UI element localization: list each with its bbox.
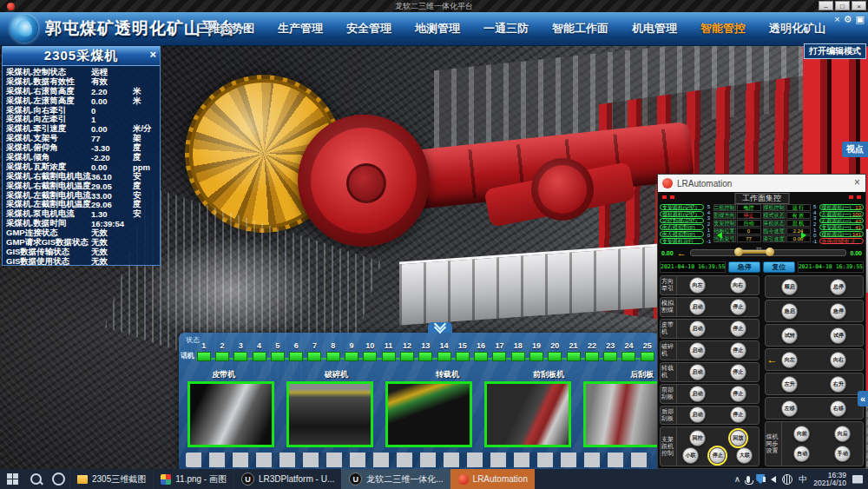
channel-item[interactable]: 16 [471,341,490,361]
control-button[interactable]: 向左 [781,352,798,368]
slider-handle[interactable] [734,248,774,256]
channel-item[interactable]: 23 [602,341,620,361]
control-button[interactable]: 大联 [736,447,753,464]
control-button[interactable]: 急启 [781,303,798,320]
minimize-button[interactable]: – [819,1,833,10]
lra-titlebar[interactable]: LRAutomation × [658,175,865,192]
control-button[interactable]: 右升 [830,376,846,393]
channel-item[interactable]: 20 [546,341,564,361]
nav-menu-item[interactable]: 智能工作面 [552,21,608,36]
control-button[interactable]: 停止 [709,447,726,464]
control-button[interactable]: 向右 [730,277,746,294]
collapse-panel-tab[interactable]: « [858,391,868,406]
control-button[interactable]: 启动 [689,342,706,359]
camera-thumbnail[interactable] [385,381,472,447]
camera-thumbnail[interactable] [484,381,571,447]
nav-menu-item[interactable]: 机电管理 [632,21,677,36]
control-button[interactable]: 回放 [730,430,746,446]
channel-item[interactable]: 11 [379,341,398,361]
channel-item[interactable]: 19 [527,341,545,361]
channel-item[interactable]: 21 [564,341,582,361]
close-icon[interactable]: × [149,48,156,61]
mode-pill-button[interactable]: 左截跟机(一) 100 [819,211,864,217]
channel-item[interactable]: 12 [398,341,416,361]
control-button[interactable]: 启动 [689,320,706,337]
channel-item[interactable]: 14 [435,341,453,361]
open-edit-mode-button[interactable]: 打开编辑模式 [804,43,866,59]
nav-menu-item[interactable]: 智能管控 [700,21,746,36]
start-button[interactable] [0,469,24,489]
cortana-icon[interactable] [47,469,69,489]
channel-item[interactable]: 9 [342,341,360,361]
control-button[interactable]: 停止 [730,364,746,380]
restore-icon[interactable]: ▣ [856,13,865,25]
notification-icon[interactable] [852,475,863,484]
control-button[interactable]: 手动 [834,446,851,462]
slider-track[interactable]: 77 [690,249,847,256]
maximize-button[interactable]: □ [835,1,850,10]
control-button[interactable]: 向左 [689,277,706,294]
control-button[interactable]: 总停 [830,279,846,295]
mode-pill-button[interactable]: 向右模拟割(F) [660,224,704,230]
control-button[interactable]: 启动 [689,299,706,315]
control-button[interactable]: 试停 [830,327,846,344]
channel-item[interactable]: 8 [324,341,342,361]
search-icon[interactable] [24,469,47,489]
reset-button[interactable]: 复位 [763,261,795,273]
camera-thumbnail[interactable] [187,381,274,447]
control-button[interactable]: 小联 [682,447,699,464]
control-button[interactable]: 启动 [689,386,706,402]
control-button[interactable]: 顺启 [781,279,798,295]
channel-item[interactable]: 5 [268,341,286,361]
taskbar-clock[interactable]: 16:39 2021/4/10 [813,472,846,487]
channel-item[interactable]: 22 [582,341,601,361]
control-button[interactable]: 停止 [730,406,746,423]
channel-item[interactable]: 24 [620,341,638,361]
mode-pill-button[interactable]: 支架跟机(一) 41 [819,224,864,230]
channel-item[interactable]: 4 [250,341,268,361]
camera-thumbnail[interactable] [286,381,373,447]
nav-menu-item[interactable]: 安全管理 [346,21,391,36]
nav-menu-item[interactable]: 地测管理 [415,21,460,36]
channel-item[interactable]: 1 [194,341,213,361]
mode-pill-button[interactable]: 向左模拟割(F) [660,231,704,237]
channel-item[interactable]: 17 [490,341,509,361]
control-button[interactable]: 左升 [781,376,798,393]
nav-menu-item[interactable]: 三维态势图 [198,21,254,36]
taskbar-item-lr3dplatform[interactable]: U LR3DPlatform - U... [233,469,341,489]
thumbnail-filmstrip[interactable] [186,453,651,467]
control-button[interactable]: 向后 [834,426,851,442]
control-button[interactable]: 回控 [689,430,706,446]
network-icon[interactable] [782,474,792,485]
channel-item[interactable]: 7 [306,341,324,361]
channel-item[interactable]: 2 [213,341,231,361]
channel-item[interactable]: 13 [417,341,435,361]
close-button[interactable]: × [852,1,866,10]
control-button[interactable]: 急停 [830,303,846,320]
viewpoint-tab[interactable]: 视点 [842,142,868,157]
nav-menu-item[interactable]: 一通三防 [483,21,529,36]
estop-button[interactable]: 急停 [728,261,760,273]
channel-item[interactable]: 18 [509,341,527,361]
control-button[interactable]: 右移 [830,400,846,417]
gear-icon[interactable]: ⚙ [844,13,852,25]
control-button[interactable]: 停止 [730,342,746,359]
close-icon[interactable]: × [854,176,860,188]
control-button[interactable]: 停止 [730,320,746,337]
nav-menu-item[interactable]: 生产管理 [278,21,323,36]
chevron-down-icon[interactable] [428,322,452,333]
speaker-icon[interactable] [771,476,776,483]
tray-expand-icon[interactable]: ∧ [734,474,740,484]
nav-menu-item[interactable]: 透明化矿山 [769,21,825,36]
channel-item[interactable]: 10 [361,341,379,361]
workface-control-tab[interactable]: 工作面集控 [734,193,789,204]
control-button[interactable]: 左移 [781,400,798,417]
control-button[interactable]: 自动 [793,446,810,462]
mode-pill-button[interactable]: 煤机跟机(一) 13 [819,204,864,210]
tool-icon[interactable]: × [834,13,839,25]
control-button[interactable]: 向右 [830,352,846,368]
control-button[interactable]: 停止 [730,386,746,402]
channel-item[interactable]: 3 [232,341,250,361]
taskbar-item-paint[interactable]: 11.png - 画图 [153,469,233,489]
control-button[interactable]: 启动 [689,406,706,423]
